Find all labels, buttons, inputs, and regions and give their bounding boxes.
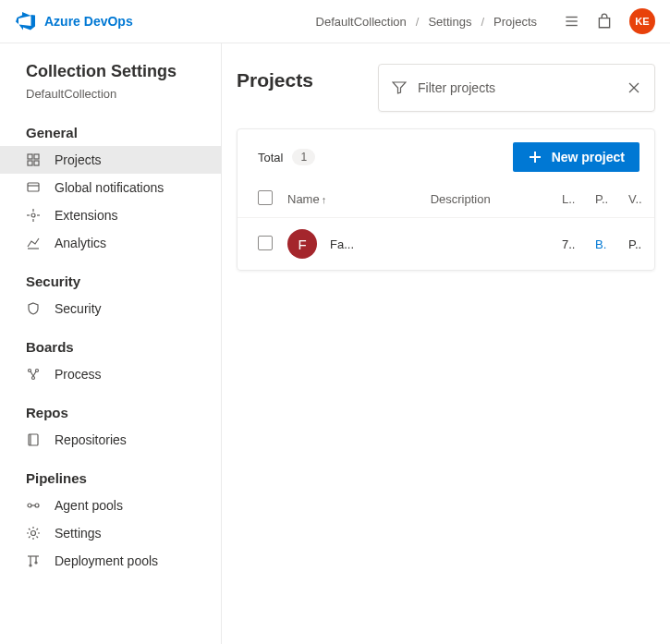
sidebar-item-label: Global notifications [55,180,164,195]
row-checkbox[interactable] [258,236,273,250]
extensions-icon [26,208,41,223]
sidebar-item-agent-pools[interactable]: Agent pools [0,492,221,519]
sidebar-item-settings[interactable]: Settings [0,519,221,547]
sidebar-item-deployment-pools[interactable]: Deployment pools [0,547,221,575]
column-process[interactable]: P.. [588,185,621,218]
total-count-badge: 1 [292,149,315,165]
project-last: 7.. [554,218,588,271]
azure-devops-logo-icon [15,10,37,32]
breadcrumb-sep: / [416,15,420,29]
svg-point-25 [28,504,31,507]
list-icon[interactable] [563,13,579,30]
select-all-checkbox[interactable] [258,190,273,205]
svg-line-21 [30,371,33,376]
breadcrumb-item[interactable]: DefaultCollection [316,15,407,29]
svg-rect-7 [34,154,39,159]
table-row[interactable]: FFa...7..B.P.. [238,218,654,271]
gear-icon [26,526,41,541]
project-process[interactable]: B. [588,218,621,271]
breadcrumb-item[interactable]: Projects [493,15,537,29]
sidebar-group-title: Repos [0,397,221,426]
brand-area[interactable]: Azure DevOps [15,10,133,32]
filter-projects-input[interactable]: Filter projects [378,64,655,112]
sidebar-item-process[interactable]: Process [0,360,221,388]
sidebar-item-repositories[interactable]: Repositories [0,426,221,454]
projects-icon [26,152,41,167]
breadcrumb-item[interactable]: Settings [428,15,471,29]
svg-point-26 [35,504,39,507]
sidebar-item-label: Deployment pools [55,553,158,568]
sidebar-item-extensions[interactable]: Extensions [0,201,221,229]
svg-line-22 [33,371,36,376]
shopping-bag-icon[interactable] [596,13,613,30]
analytics-icon [26,236,41,250]
sidebar-item-label: Extensions [55,208,117,223]
project-visibility: P.. [621,218,654,271]
sort-asc-icon: ↑ [322,194,327,205]
projects-table-card: Total 1 New project Name↑ Description L.… [237,128,655,271]
sidebar-group-title: Boards [0,332,221,360]
sidebar-item-label: Repositories [55,432,127,447]
sidebar-title: Collection Settings [0,62,221,85]
svg-point-12 [31,213,35,217]
sidebar-item-label: Analytics [55,236,106,250]
close-icon[interactable] [627,80,641,95]
sidebar-group-title: Security [0,266,221,295]
repo-icon [26,432,41,447]
main-content: Projects Filter projects Total 1 New pro… [222,43,670,644]
svg-rect-6 [28,154,32,159]
sidebar-item-label: Agent pools [55,498,123,513]
breadcrumb: DefaultCollection / Settings / Projects [316,15,537,29]
notifications-icon [26,180,41,195]
total-label: Total [258,151,283,164]
svg-rect-9 [34,161,39,165]
column-last[interactable]: L.. [554,185,588,218]
svg-point-32 [30,565,31,566]
sidebar-item-global-notifications[interactable]: Global notifications [0,174,221,201]
sidebar-item-label: Security [55,301,102,316]
column-visibility[interactable]: V.. [621,185,654,218]
column-name[interactable]: Name↑ [280,185,423,218]
sidebar-item-projects[interactable]: Projects [0,146,221,174]
sidebar-item-analytics[interactable]: Analytics [0,229,221,257]
header-actions: KE [563,8,655,34]
filter-placeholder: Filter projects [418,80,495,95]
top-header: Azure DevOps DefaultCollection / Setting… [0,0,670,43]
collection-name: DefaultCollection [0,85,221,117]
svg-point-33 [35,562,37,564]
breadcrumb-sep: / [481,15,484,29]
user-avatar[interactable]: KE [629,8,655,34]
sidebar-item-label: Process [55,367,102,382]
svg-rect-10 [28,183,39,191]
shield-icon [26,301,41,316]
plus-icon [528,150,542,164]
project-avatar: F [287,229,317,259]
sidebar-group-title: Pipelines [0,463,221,492]
new-project-button[interactable]: New project [513,142,640,172]
page-title: Projects [237,64,313,91]
deploy-icon [26,553,41,568]
sidebar-item-security[interactable]: Security [0,295,221,322]
sidebar-item-label: Settings [55,526,102,541]
column-description[interactable]: Description [423,185,554,218]
sidebar-group-title: General [0,117,221,146]
project-description [423,218,554,271]
filter-icon [392,80,407,95]
sidebar-item-label: Projects [55,152,102,167]
project-name: Fa... [330,237,354,251]
brand-text: Azure DevOps [44,14,133,29]
projects-table: Name↑ Description L.. P.. V.. FFa...7..B… [238,185,654,270]
svg-point-20 [32,377,35,380]
svg-rect-8 [28,161,32,165]
sidebar: Collection Settings DefaultCollection Ge… [0,43,222,644]
svg-point-28 [31,531,36,536]
process-icon [26,367,41,382]
agent-icon [26,498,41,513]
